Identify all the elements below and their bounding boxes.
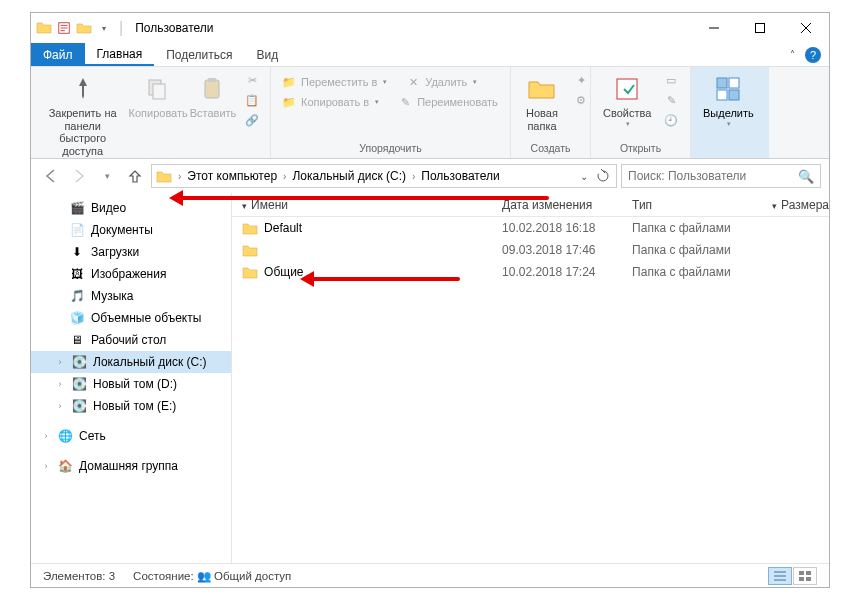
qat-dropdown-icon[interactable]: ▾: [95, 19, 113, 37]
document-icon: 📄: [69, 222, 85, 238]
svg-rect-8: [729, 78, 739, 88]
tab-file[interactable]: Файл: [31, 43, 85, 66]
annotation-arrow-2: [310, 277, 460, 281]
file-row[interactable]: Default 10.02.2018 16:18 Папка с файлами: [232, 217, 829, 239]
svg-rect-4: [205, 80, 219, 98]
navigation-pane[interactable]: 🎬Видео 📄Документы ⬇Загрузки 🖼Изображения…: [31, 193, 232, 563]
easy-access-button[interactable]: ⚙: [569, 91, 593, 109]
tab-view[interactable]: Вид: [244, 43, 290, 66]
desktop-icon: 🖥: [69, 332, 85, 348]
nav-downloads[interactable]: ⬇Загрузки: [31, 241, 231, 263]
new-folder-button[interactable]: Новая папка: [517, 69, 567, 132]
file-row[interactable]: 09.03.2018 17:46 Папка с файлами: [232, 239, 829, 261]
status-item-count: Элементов: 3: [43, 570, 115, 582]
sharing-icon: 👥: [197, 570, 211, 582]
pin-quick-access-button[interactable]: Закрепить на панели быстрого доступа: [37, 69, 128, 158]
qat-newfolder-icon[interactable]: [75, 19, 93, 37]
breadcrumb-dropdown[interactable]: ⌄: [576, 171, 592, 182]
open-button[interactable]: ▭: [659, 71, 683, 89]
edit-icon: ✎: [663, 92, 679, 108]
nav-back-button[interactable]: [39, 164, 63, 188]
copy-to-button[interactable]: 📁Копировать в▾: [277, 93, 383, 111]
breadcrumb-root-icon[interactable]: [154, 170, 174, 183]
svg-rect-14: [806, 577, 811, 581]
close-button[interactable]: [783, 13, 829, 43]
disk-icon: 💽: [71, 398, 87, 414]
nav-disk-e[interactable]: ›💽Новый том (E:): [31, 395, 231, 417]
edit-button[interactable]: ✎: [659, 91, 683, 109]
select-icon: [712, 73, 744, 105]
select-button[interactable]: Выделить ▾: [697, 69, 760, 128]
copy-path-button[interactable]: 📋: [240, 91, 264, 109]
cut-button[interactable]: ✂: [240, 71, 264, 89]
search-icon[interactable]: 🔍: [798, 169, 814, 184]
ribbon-group-organize: 📁Переместить в▾ ✕Удалить▾ 📁Копировать в▾…: [271, 67, 511, 158]
svg-rect-6: [617, 79, 637, 99]
delete-button[interactable]: ✕Удалить▾: [401, 73, 481, 91]
chevron-right-icon[interactable]: ›: [279, 171, 290, 182]
minimize-button[interactable]: [691, 13, 737, 43]
col-header-type[interactable]: Тип: [622, 198, 762, 212]
qat-properties-icon[interactable]: [55, 19, 73, 37]
nav-forward-button[interactable]: [67, 164, 91, 188]
new-item-icon: ✦: [573, 72, 589, 88]
nav-disk-d[interactable]: ›💽Новый том (D:): [31, 373, 231, 395]
breadcrumb-item-0[interactable]: Этот компьютер: [185, 169, 279, 183]
tab-share[interactable]: Поделиться: [154, 43, 244, 66]
nav-music[interactable]: 🎵Музыка: [31, 285, 231, 307]
status-bar: Элементов: 3 Состояние: 👥 Общий доступ: [31, 563, 829, 587]
svg-rect-5: [208, 78, 216, 82]
properties-button[interactable]: Свойства ▾: [597, 69, 657, 128]
breadcrumb-item-1[interactable]: Локальный диск (C:): [290, 169, 408, 183]
search-input[interactable]: [628, 169, 798, 183]
move-to-button[interactable]: 📁Переместить в▾: [277, 73, 391, 91]
rename-button[interactable]: ✎Переименовать: [393, 93, 502, 111]
music-icon: 🎵: [69, 288, 85, 304]
breadcrumb-item-2[interactable]: Пользователи: [419, 169, 501, 183]
new-folder-icon: [526, 73, 558, 105]
help-icon[interactable]: ?: [805, 47, 821, 63]
ribbon-group-open: Свойства ▾ ▭ ✎ 🕘 Открыть: [591, 67, 691, 158]
nav-up-button[interactable]: [123, 164, 147, 188]
nav-pictures[interactable]: 🖼Изображения: [31, 263, 231, 285]
video-icon: 🎬: [69, 200, 85, 216]
chevron-right-icon[interactable]: ›: [408, 171, 419, 182]
nav-homegroup[interactable]: ›🏠Домашняя группа: [31, 455, 231, 477]
refresh-button[interactable]: [592, 165, 614, 187]
expand-icon[interactable]: ›: [55, 357, 65, 367]
folder-icon: [242, 222, 258, 235]
collapse-ribbon-icon[interactable]: ˄: [790, 49, 795, 60]
maximize-button[interactable]: [737, 13, 783, 43]
annotation-arrowhead-1: [169, 190, 183, 206]
search-box[interactable]: 🔍: [621, 164, 821, 188]
window-title: Пользователи: [135, 21, 213, 35]
nav-3d-objects[interactable]: 🧊Объемные объекты: [31, 307, 231, 329]
view-details-button[interactable]: [768, 567, 792, 585]
paste-button[interactable]: Вставить: [188, 69, 238, 120]
ribbon: Закрепить на панели быстрого доступа Коп…: [31, 67, 829, 159]
nav-recent-button[interactable]: ▾: [95, 164, 119, 188]
expand-icon[interactable]: ›: [55, 379, 65, 389]
chevron-right-icon[interactable]: ›: [174, 171, 185, 182]
copy-button[interactable]: Копировать: [130, 69, 186, 120]
window-controls: [691, 13, 829, 43]
history-button[interactable]: 🕘: [659, 111, 683, 129]
breadcrumb[interactable]: › Этот компьютер › Локальный диск (C:) ›…: [151, 164, 617, 188]
nav-network[interactable]: ›🌐Сеть: [31, 425, 231, 447]
nav-disk-c[interactable]: ›💽Локальный диск (C:): [31, 351, 231, 373]
expand-icon[interactable]: ›: [41, 431, 51, 441]
nav-documents[interactable]: 📄Документы: [31, 219, 231, 241]
col-header-size[interactable]: ▾Размера: [762, 198, 829, 212]
file-list[interactable]: Default 10.02.2018 16:18 Папка с файлами…: [232, 217, 829, 563]
view-icons-button[interactable]: [793, 567, 817, 585]
cut-icon: ✂: [244, 72, 260, 88]
tab-home[interactable]: Главная: [85, 43, 155, 66]
nav-desktop[interactable]: 🖥Рабочий стол: [31, 329, 231, 351]
nav-videos[interactable]: 🎬Видео: [31, 197, 231, 219]
expand-icon[interactable]: ›: [55, 401, 65, 411]
paste-shortcut-button[interactable]: 🔗: [240, 111, 264, 129]
annotation-arrow-1: [179, 196, 549, 200]
new-item-button[interactable]: ✦: [569, 71, 593, 89]
disk-icon: 💽: [71, 376, 87, 392]
expand-icon[interactable]: ›: [41, 461, 51, 471]
